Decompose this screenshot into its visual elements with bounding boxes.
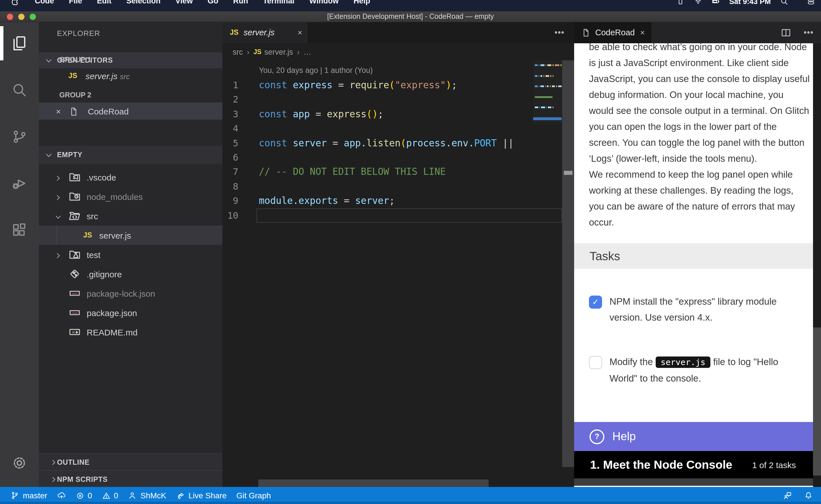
menu-item-run[interactable]: Run [233, 0, 248, 7]
close-tab-icon[interactable]: × [298, 28, 302, 37]
menu-item-file[interactable]: File [69, 0, 82, 7]
codelens-blame[interactable]: You, 20 days ago | 1 author (You) [259, 66, 373, 75]
tree-item-README-md[interactable]: MREADME.md [39, 322, 223, 342]
scrollbar-thumb[interactable] [564, 171, 572, 175]
git-graph-button[interactable]: Git Graph [236, 491, 271, 500]
close-tab-icon[interactable]: × [640, 28, 645, 37]
source-control-icon[interactable] [0, 118, 39, 155]
webview-scrollbar[interactable] [813, 43, 821, 487]
inline-code: server.js [656, 357, 710, 368]
open-editor-item-coderoad[interactable]: ×CodeRoad [39, 103, 223, 120]
control-center-icon[interactable] [807, 0, 815, 6]
sync-changes-button[interactable] [57, 491, 66, 500]
tree-item-node_modules[interactable]: JSnode_modules [39, 187, 223, 206]
chevron-right-icon[interactable] [54, 192, 63, 201]
breadcrumb-item[interactable]: server.js [264, 48, 293, 56]
breadcrumb-item[interactable]: … [304, 48, 311, 56]
sidebar-section-npm-scripts[interactable]: NPM SCRIPTS [39, 470, 223, 487]
apple-menu-icon[interactable] [10, 0, 20, 7]
code-line-6[interactable]: 6 [223, 150, 562, 165]
code-line-7[interactable]: 7// -- DO NOT EDIT BELOW THIS LINE [223, 165, 562, 179]
minimize-window-button[interactable] [18, 14, 24, 20]
tree-item-src[interactable]: src [39, 206, 223, 226]
tree-item-package-lock-json[interactable]: npmpackage-lock.json [39, 284, 223, 303]
tree-item-test[interactable]: test [39, 245, 223, 264]
run-debug-icon[interactable] [0, 165, 39, 202]
editor-more-actions-icon[interactable] [553, 22, 565, 43]
wifi-icon[interactable] [694, 0, 703, 6]
breadcrumb: src›JSserver.js›… [223, 43, 574, 60]
search-icon[interactable] [780, 0, 789, 6]
open-editor-item-server-js[interactable]: JSserver.js src [39, 67, 223, 84]
errors-count[interactable]: 0 [76, 491, 92, 500]
battery-icon[interactable] [712, 0, 720, 6]
device-icon[interactable] [676, 0, 685, 6]
extensions-icon[interactable] [0, 212, 39, 248]
folder-section-header[interactable]: EMPTY [39, 146, 223, 164]
tab-server-js[interactable]: JS server.js × [223, 22, 309, 43]
git-icon [68, 268, 81, 280]
task-checkbox[interactable] [589, 356, 602, 369]
sidebar-section-outline[interactable]: OUTLINE [39, 453, 223, 471]
tree-item--gitignore[interactable]: .gitignore [39, 264, 223, 284]
settings-gear-icon[interactable] [0, 445, 39, 481]
editor-horizontal-scrollbar[interactable] [258, 480, 489, 487]
menu-item-help[interactable]: Help [354, 0, 370, 7]
window-title: [Extension Development Host] - CodeRoad … [0, 11, 821, 22]
panel-more-actions-icon[interactable] [803, 27, 814, 38]
live-share-button[interactable]: Live Share [176, 491, 227, 500]
npm-icon: npm [68, 287, 81, 300]
code-line-10[interactable]: 10 [223, 208, 562, 223]
warnings-count[interactable]: 0 [102, 491, 118, 500]
sidebar-title: EXPLORER [57, 29, 100, 38]
code-line-9[interactable]: 9module.exports = server; [223, 194, 562, 208]
current-line-highlight [257, 208, 562, 222]
search-icon[interactable] [0, 72, 39, 108]
code-line-2[interactable]: 2 [223, 93, 562, 107]
task-checkbox[interactable]: ✓ [589, 296, 602, 309]
chevron-right-icon[interactable] [54, 173, 63, 182]
tasks-section-header: Tasks [574, 243, 813, 269]
liveshare-account[interactable]: ShMcK [128, 491, 166, 500]
menu-item-terminal[interactable]: Terminal [263, 0, 295, 7]
window-title-bar[interactable]: [Extension Development Host] - CodeRoad … [0, 11, 821, 22]
tree-item-package-json[interactable]: npmpackage.json [39, 303, 223, 322]
feedback-icon[interactable] [783, 491, 793, 500]
help-section-header[interactable]: ? Help [574, 422, 813, 451]
code-line-5[interactable]: 5const server = app.listen(process.env.P… [223, 136, 562, 150]
menu-item-edit[interactable]: Edit [97, 0, 111, 7]
scrollbar-thumb[interactable] [813, 327, 821, 476]
menu-item-view[interactable]: View [175, 0, 193, 7]
close-editor-icon[interactable]: × [56, 106, 61, 116]
menu-item-window[interactable]: Window [309, 0, 339, 7]
lesson-title: 1. Meet the Node Console [590, 458, 732, 472]
git-branch-item[interactable]: master [10, 491, 47, 500]
tree-item-server-js[interactable]: JSserver.js [39, 226, 223, 245]
tree-item--vscode[interactable]: .vscode [39, 167, 223, 187]
menu-item-code[interactable]: Code [35, 0, 54, 7]
code-editor[interactable]: You, 20 days ago | 1 author (You) 1const… [223, 60, 562, 487]
menu-clock[interactable]: Sat 9:43 PM [729, 0, 771, 5]
tab-coderoad[interactable]: CodeRoad × [574, 22, 651, 43]
code-line-3[interactable]: 3const app = express(); [223, 107, 562, 122]
notifications-bell-icon[interactable] [804, 491, 813, 500]
svg-text:npm: npm [72, 311, 77, 314]
svg-text:M: M [72, 331, 75, 334]
explorer-icon[interactable] [0, 25, 39, 62]
task-text: NPM install the "express" library module… [609, 294, 806, 325]
folder-src-icon [68, 210, 81, 222]
npm-icon: npm [68, 306, 81, 319]
code-line-8[interactable]: 8 [223, 179, 562, 194]
menu-item-selection[interactable]: Selection [126, 0, 160, 7]
code-line-4[interactable]: 4 [223, 121, 562, 136]
code-line-1[interactable]: 1const express = require("express"); [223, 78, 562, 93]
zoom-window-button[interactable] [30, 14, 36, 20]
menu-item-go[interactable]: Go [208, 0, 219, 7]
js-file-icon: JS [230, 28, 239, 36]
chevron-right-icon[interactable] [54, 250, 63, 259]
breadcrumb-item[interactable]: src [233, 48, 243, 56]
panel-scrollbar[interactable] [562, 60, 574, 467]
minimap[interactable] [533, 60, 561, 124]
close-window-button[interactable] [7, 14, 13, 20]
chevron-down-icon[interactable] [54, 211, 63, 220]
